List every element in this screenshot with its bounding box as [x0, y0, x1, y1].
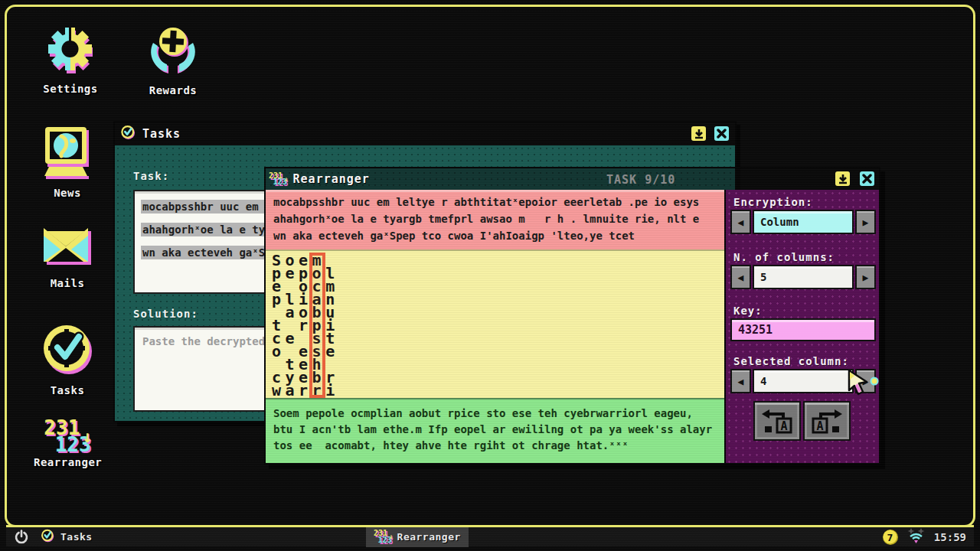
network-status-icon — [906, 527, 926, 547]
rearranger-numbers-icon: 231 ↓ 123 — [374, 530, 392, 543]
desktop-icon-label: Mails — [34, 277, 101, 289]
cipher-text-area: mocabpsshbr uuc em leltye r abthtitatˣep… — [266, 190, 724, 249]
close-icon[interactable] — [713, 125, 730, 142]
desktop-icon-tasks[interactable]: Tasks — [34, 320, 101, 396]
mails-envelope-icon — [41, 223, 94, 276]
rearranger-numbers-icon: 231 ↓ 123 — [269, 173, 287, 186]
taskbar-item-label: Tasks — [60, 531, 93, 543]
minimize-button[interactable] — [690, 125, 707, 142]
key-input[interactable]: 43251 — [730, 318, 876, 341]
encryption-label: Encryption: — [733, 196, 813, 208]
decoded-line: tos ee acomabt, htey ahve hte rgiht ot c… — [273, 439, 629, 452]
tasks-clock-icon — [39, 320, 96, 383]
power-icon[interactable] — [14, 530, 29, 545]
solution-label: Solution: — [133, 308, 198, 320]
rearranger-window: 231 ↓ 123 Rearranger mocabpsshbr uuc em … — [264, 167, 880, 465]
arrow-left-icon[interactable]: ◀ — [730, 265, 751, 289]
rearranger-work-area: mocabpsshbr uuc em leltye r abthtitatˣep… — [266, 190, 724, 463]
desktop-icon-mails[interactable]: Mails — [34, 223, 101, 289]
arrow-right-icon[interactable]: ▶ — [855, 369, 876, 393]
columns-value[interactable]: 5 — [753, 265, 854, 289]
arrow-left-icon[interactable]: ◀ — [730, 369, 751, 393]
rewards-hands-icon — [145, 23, 201, 83]
arrow-left-icon[interactable]: ◀ — [730, 210, 751, 234]
move-column-right-button[interactable]: A — [803, 401, 851, 441]
coin-counter: 7 — [882, 529, 899, 546]
taskbar-item-tasks[interactable]: Tasks — [32, 527, 100, 547]
rearranger-numbers-icon: 231 ↓ 123 — [44, 419, 90, 453]
minimize-button[interactable] — [834, 170, 851, 187]
tasks-window-titlebar[interactable]: Tasks — [115, 122, 735, 145]
selected-column-highlight[interactable] — [309, 253, 325, 398]
window-title: Rearranger — [293, 172, 370, 186]
selected-column-spinner: ◀ 4 ▶ — [730, 369, 876, 393]
grid-row: warri — [266, 384, 724, 397]
cipher-line: ahahgorhˣoe la e tyargb tmefprl awsao m … — [273, 213, 699, 225]
encryption-value[interactable]: Column — [753, 210, 854, 234]
desktop-icon-label: Tasks — [34, 384, 101, 396]
rearranger-settings-panel: Encryption: ◀ Column ▶ N. of columns: ◀ … — [724, 190, 879, 463]
desktop-icon-rearranger[interactable]: 231 ↓ 123 Rearranger — [34, 419, 101, 468]
decoded-line: btu I acn'tb lam ethe.m Ifp eopel ar ewi… — [273, 423, 712, 435]
cipher-line: mocabpsshbr uuc em leltye r abthtitatˣep… — [273, 196, 699, 208]
window-title: Tasks — [142, 127, 181, 141]
desktop-icon-label: Settings — [37, 83, 104, 95]
arrow-right-icon[interactable]: ▶ — [855, 265, 876, 289]
settings-gear-icon — [45, 23, 96, 81]
svg-text:7: 7 — [887, 532, 893, 543]
rearranger-window-titlebar[interactable]: 231 ↓ 123 Rearranger — [266, 168, 879, 190]
column-grid-area[interactable]: Soem pepol e ocm plian aobu t rpi ce st … — [266, 249, 724, 398]
encryption-spinner: ◀ Column ▶ — [730, 210, 876, 234]
close-icon[interactable] — [858, 170, 876, 187]
desktop-icon-label: Rewards — [139, 84, 207, 96]
decoded-line: Soem pepole ocmplian aobut rpice sto ese… — [273, 407, 693, 419]
desktop-icon-rewards[interactable]: Rewards — [139, 23, 207, 96]
svg-text:A: A — [816, 419, 823, 433]
svg-text:A: A — [780, 419, 787, 433]
selected-column-value[interactable]: 4 — [753, 369, 854, 393]
taskbar-item-rearranger[interactable]: 231 ↓ 123 Rearranger — [366, 527, 469, 547]
desktop-icon-settings[interactable]: Settings — [37, 23, 104, 95]
tasks-clock-icon — [40, 528, 55, 546]
solution-placeholder: Paste the decrypted — [142, 335, 265, 347]
desktop-screen: Settings Rewards — [0, 0, 980, 551]
columns-spinner: ◀ 5 ▶ — [730, 265, 876, 289]
taskbar: Tasks 231 ↓ 123 Rearranger 7 — [6, 525, 974, 546]
coin-icon: 7 — [882, 529, 899, 546]
desktop-icon-label: News — [34, 187, 101, 199]
taskbar-item-label: Rearranger — [397, 531, 461, 543]
clock-time: 15:59 — [934, 531, 966, 543]
tasks-clock-icon — [119, 124, 136, 144]
key-label: Key: — [733, 305, 763, 317]
columns-label: N. of columns: — [733, 251, 835, 263]
news-globe-icon — [40, 122, 95, 185]
selected-column-label: Selected column: — [733, 355, 849, 367]
move-column-left-button[interactable]: A — [753, 401, 801, 441]
task-label: Task: — [133, 170, 169, 182]
arrow-right-icon[interactable]: ▶ — [855, 210, 876, 234]
move-right-icon: A — [807, 405, 847, 437]
desktop-icon-label: Rearranger — [34, 456, 101, 468]
cipher-line: wn aka ecteveh gaˣSpep tco cwoa I'ahIoai… — [273, 230, 635, 242]
move-left-icon: A — [757, 405, 797, 437]
desktop-icon-news[interactable]: News — [34, 122, 101, 199]
decoded-text-area: Soem pepole ocmplian aobut rpice sto ese… — [266, 398, 724, 463]
